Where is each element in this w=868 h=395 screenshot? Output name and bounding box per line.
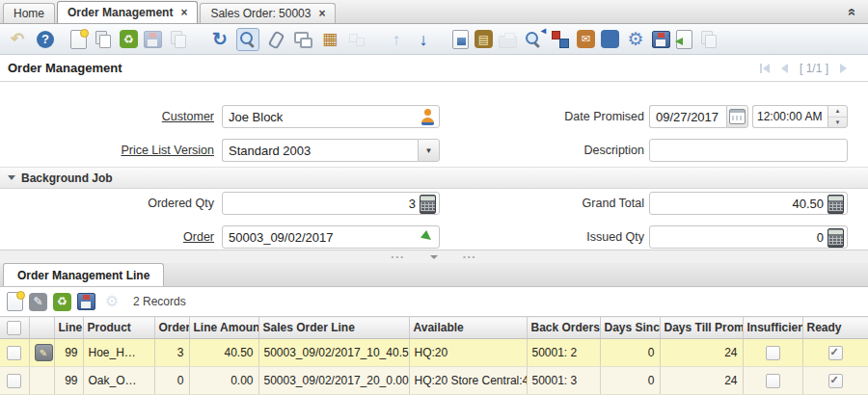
row-edit-icon[interactable]: ✎ [35, 344, 53, 361]
tab-close-icon[interactable]: × [180, 6, 187, 19]
column-header-back_orders[interactable]: Back Orders [527, 317, 600, 339]
report-icon[interactable] [452, 30, 469, 49]
cell-ordered: 0 [154, 367, 189, 395]
archive-icon[interactable]: ▤ [475, 30, 493, 48]
tab-close-icon[interactable]: × [318, 7, 325, 20]
row-select-checkbox[interactable] [7, 346, 21, 360]
customer-label[interactable]: Customer [0, 105, 214, 128]
spinner-down-icon[interactable]: ▼ [828, 118, 847, 128]
workflow-icon[interactable] [550, 29, 571, 50]
chat-icon[interactable] [292, 29, 313, 50]
edit-line-icon[interactable]: ✎ [29, 293, 47, 311]
price-list-dropdown-button[interactable]: ▼ [418, 139, 440, 162]
cell-ready [802, 339, 868, 367]
description-field [649, 139, 848, 162]
insufficient-checkbox[interactable] [766, 374, 780, 388]
window-tab-sales-order-50003[interactable]: Sales Order: 50003× [200, 3, 336, 23]
copy-record-icon[interactable] [93, 29, 114, 50]
column-header-days_till[interactable]: Days Till Promised [660, 317, 743, 339]
request-icon[interactable]: ✉ [577, 30, 595, 48]
ready-checkbox[interactable] [828, 374, 843, 388]
refresh-icon[interactable]: ↻ [209, 29, 231, 50]
table-row[interactable]: ✎99Hoe_H…340.5050003_09/02/2017_10_40.5H… [0, 339, 868, 367]
column-header-ordered[interactable]: Ordered [154, 317, 189, 339]
zoom-across-icon[interactable]: ◂ [523, 29, 544, 50]
cell-days_since: 0 [600, 339, 660, 367]
column-header-insufficient[interactable]: Insufficient [743, 317, 802, 339]
background-job-group-header[interactable]: Background Job [0, 167, 868, 189]
help-icon[interactable]: ? [37, 31, 54, 48]
price-list-version-label[interactable]: Price List Version [0, 139, 214, 162]
insufficient-checkbox[interactable] [766, 346, 780, 360]
save-line-icon[interactable] [77, 293, 95, 310]
cell-ordered: 3 [154, 339, 189, 367]
print-icon[interactable] [499, 36, 517, 48]
column-header-ready[interactable]: Ready [802, 317, 868, 339]
ready-checkbox[interactable] [828, 346, 843, 360]
column-header-sales_order_line[interactable]: Sales Order Line [258, 317, 409, 339]
product-info-icon[interactable] [601, 30, 619, 48]
cell-sel [0, 367, 29, 395]
row-select-checkbox[interactable] [7, 374, 21, 388]
previous-record-button[interactable] [781, 64, 788, 73]
description-input[interactable] [649, 139, 848, 162]
issued-qty-input[interactable] [649, 225, 848, 249]
calendar-icon [729, 109, 746, 124]
splitter-grip[interactable]: ••• [392, 252, 405, 261]
find-icon[interactable] [236, 28, 259, 51]
column-header-available[interactable]: Available [409, 317, 527, 339]
calendar-button[interactable] [726, 105, 748, 128]
column-header-indicator[interactable] [29, 317, 54, 339]
ordered-qty-input[interactable] [222, 192, 440, 215]
detail-record-icon[interactable]: ↓ [413, 29, 434, 50]
delete-record-icon[interactable]: ♻ [120, 30, 138, 48]
process-icon[interactable]: ⚙ [625, 29, 646, 50]
panel-splitter[interactable]: ••• ••• [0, 250, 868, 263]
table-row[interactable]: 99Oak_O…00.0050003_09/02/2017_20_0.00HQ:… [0, 367, 868, 395]
select-all-header[interactable] [0, 317, 29, 339]
date-promised-input[interactable] [649, 105, 726, 128]
column-header-line_amount[interactable]: Line Amount [189, 317, 258, 339]
column-header-product[interactable]: Product [83, 317, 154, 339]
parent-record-icon[interactable]: ↑ [386, 29, 407, 50]
zoom-to-order-icon[interactable] [419, 228, 437, 247]
collapse-header-icon[interactable]: « [844, 8, 860, 15]
detail-toggle-icon[interactable] [346, 29, 367, 50]
grid-toggle-icon[interactable]: ▦ [319, 29, 340, 50]
business-partner-icon[interactable] [419, 108, 437, 126]
save-create-icon[interactable] [168, 29, 189, 50]
splitter-collapse-icon[interactable] [430, 255, 438, 259]
first-record-button[interactable] [760, 64, 770, 73]
save-record-icon[interactable] [144, 31, 162, 48]
price-list-version-input[interactable] [222, 139, 418, 162]
spinner-up-icon[interactable]: ▲ [828, 106, 847, 118]
attachment-icon[interactable] [265, 29, 286, 50]
column-header-days_since[interactable]: Days Since ( [600, 317, 660, 339]
next-record-button[interactable] [840, 64, 847, 73]
cell-insufficient [743, 339, 802, 367]
calculator-icon[interactable] [827, 228, 844, 248]
ignore-icon[interactable]: ↶ [7, 29, 28, 50]
order-label[interactable]: Order [0, 225, 214, 249]
splitter-grip[interactable]: ••• [463, 252, 476, 261]
process-line-icon[interactable]: ⚙ [101, 291, 122, 312]
time-promised-input[interactable] [752, 105, 827, 128]
calculator-icon[interactable] [827, 195, 844, 214]
customer-input[interactable] [222, 105, 440, 128]
customize-icon[interactable] [698, 29, 719, 50]
column-header-line[interactable]: Line [54, 317, 83, 339]
select-all-checkbox[interactable] [7, 321, 21, 335]
export-icon[interactable]: ↓ [652, 31, 670, 48]
new-record-icon[interactable] [70, 30, 87, 49]
date-promised-field [649, 105, 748, 128]
calculator-icon[interactable] [420, 195, 436, 214]
time-spinner[interactable]: ▲ ▼ [827, 105, 848, 128]
tab-order-management-line[interactable]: Order Management Line [3, 263, 164, 286]
window-tab-home[interactable]: Home [3, 3, 55, 23]
delete-line-icon[interactable]: ♻ [53, 293, 71, 311]
grand-total-input[interactable] [649, 192, 848, 215]
window-tab-order-management[interactable]: Order Management× [57, 1, 198, 23]
order-input[interactable] [222, 225, 440, 249]
csv-import-icon[interactable] [676, 30, 692, 49]
new-line-icon[interactable] [7, 292, 23, 311]
